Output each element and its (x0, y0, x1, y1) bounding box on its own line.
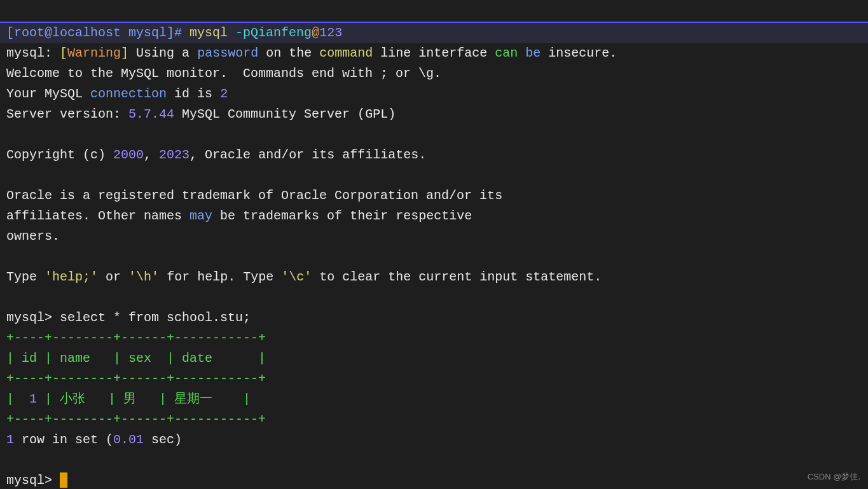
at-sign: @ (312, 25, 319, 40)
command-line: [root@localhost mysql]# mysql -pQianfeng… (0, 22, 868, 43)
table-border-mid: +----+--------+------+-----------+ (6, 371, 266, 386)
result-summary: 1 row in set (0.01 sec) (6, 432, 182, 447)
sql-query-line: mysql> select * from school.stu; (6, 310, 251, 325)
cursor-icon (60, 472, 67, 488)
cmd-number: 123 (319, 25, 342, 40)
table-border-top: +----+--------+------+-----------+ (6, 331, 266, 345)
mysql-prompt[interactable]: mysql> (6, 473, 67, 488)
watermark-text: CSDN @梦佳. (808, 471, 860, 484)
server-version-line: Server version: 5.7.44 MySQL Community S… (6, 107, 396, 121)
trademark-line-2: affiliates. Other names may be trademark… (6, 209, 472, 223)
trademark-line-3: owners. (6, 229, 60, 244)
cmd-name: mysql (189, 25, 228, 40)
connection-line: Your MySQL connection id is 2 (6, 86, 228, 101)
welcome-line: Welcome to the MySQL monitor. Commands e… (6, 66, 441, 81)
cmd-flag: -pQianfeng (235, 25, 312, 40)
table-row: | 1 | 小张 | 男 | 星期一 | (6, 392, 251, 406)
table-header: | id | name | sex | date | (6, 351, 266, 366)
shell-prompt: [root@localhost mysql]# (6, 25, 182, 40)
table-border-bottom: +----+--------+------+-----------+ (6, 412, 266, 427)
terminal-output[interactable]: [root@localhost mysql]# mysql -pQianfeng… (0, 0, 868, 489)
help-line: Type 'help;' or '\h' for help. Type '\c'… (6, 270, 602, 284)
copyright-line: Copyright (c) 2000, 2023, Oracle and/or … (6, 148, 426, 162)
warning-line: mysql: [Warning] Using a password on the… (6, 46, 617, 60)
trademark-line-1: Oracle is a registered trademark of Orac… (6, 188, 502, 203)
